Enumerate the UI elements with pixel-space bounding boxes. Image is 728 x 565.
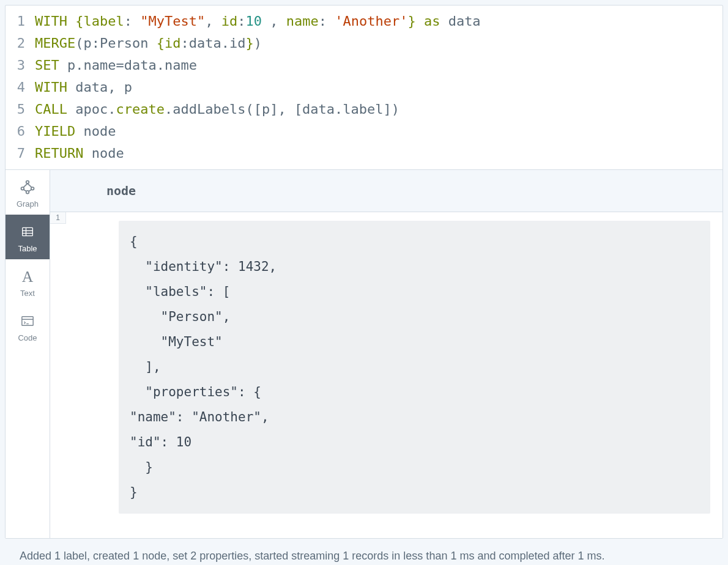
line-number: 5 [6,98,35,120]
code-line[interactable]: 6YIELD node [6,120,722,142]
line-number: 6 [6,120,35,142]
line-number: 7 [6,142,35,164]
svg-line-6 [24,190,27,191]
code-line[interactable]: 4WITH data, p [6,76,722,98]
row-number: 1 [50,212,66,224]
code-line[interactable]: 3SET p.name=data.name [6,54,722,76]
status-bar: Added 1 label, created 1 node, set 2 pro… [5,539,723,565]
line-number: 2 [6,32,35,54]
tab-label: Graph [17,199,39,209]
tab-code[interactable]: Code [6,304,50,349]
line-number: 4 [6,76,35,98]
cypher-code-editor[interactable]: 1WITH {label: "MyTest", id:10 , name: 'A… [6,6,722,169]
line-content[interactable]: YIELD node [35,120,722,142]
line-content[interactable]: SET p.name=data.name [35,54,722,76]
code-line[interactable]: 2MERGE(p:Person {id:data.id}) [6,32,722,54]
result-column-header: node [50,170,722,212]
svg-rect-8 [23,227,33,235]
tab-label: Text [20,289,35,298]
line-number: 1 [6,10,35,32]
results-area: GraphTableATextCode node 1 { "identity":… [6,169,722,538]
graph-icon [19,179,36,196]
result-view-tabs: GraphTableATextCode [6,170,50,538]
line-content[interactable]: CALL apoc.create.addLabels([p], [data.la… [35,98,722,120]
result-cell: { "identity": 1432, "labels": [ "Person"… [66,212,722,538]
results-body: 1 { "identity": 1432, "labels": [ "Perso… [50,212,722,538]
code-line[interactable]: 7RETURN node [6,142,722,164]
line-number: 3 [6,54,35,76]
code-icon [19,312,36,330]
tab-text[interactable]: AText [6,259,50,304]
result-json: { "identity": 1432, "labels": [ "Person"… [119,221,710,514]
tab-table[interactable]: Table [6,215,50,259]
tab-label: Code [18,333,37,342]
row-number-column: 1 [50,212,66,538]
code-line[interactable]: 5CALL apoc.create.addLabels([p], [data.l… [6,98,722,120]
results-content: node 1 { "identity": 1432, "labels": [ "… [50,170,722,538]
tab-label: Table [18,244,37,253]
text-icon: A [19,268,36,285]
line-content[interactable]: WITH {label: "MyTest", id:10 , name: 'An… [35,10,722,32]
svg-line-7 [29,190,32,191]
tab-graph[interactable]: Graph [6,170,50,215]
svg-point-0 [26,181,29,184]
line-content[interactable]: RETURN node [35,142,722,164]
line-content[interactable]: MERGE(p:Person {id:data.id}) [35,32,722,54]
code-line[interactable]: 1WITH {label: "MyTest", id:10 , name: 'A… [6,10,722,32]
table-icon [19,223,36,240]
query-editor-panel: 1WITH {label: "MyTest", id:10 , name: 'A… [5,5,723,539]
svg-line-5 [28,183,32,187]
svg-line-4 [23,183,28,187]
svg-text:A: A [22,268,34,285]
line-content[interactable]: WITH data, p [35,76,722,98]
